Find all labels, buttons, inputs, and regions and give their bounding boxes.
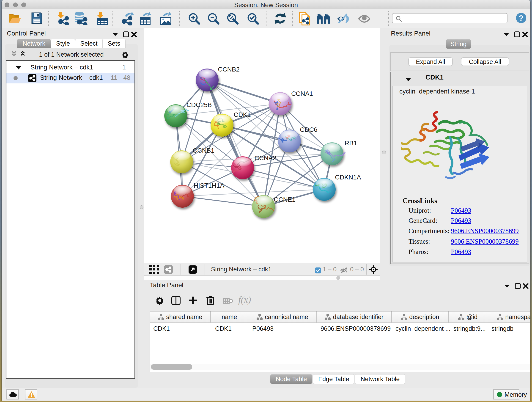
svg-text:CDC6: CDC6 — [300, 126, 317, 133]
svg-text:HIST1H1A: HIST1H1A — [194, 182, 224, 189]
svg-text:CDK1: CDK1 — [234, 111, 251, 118]
svg-text:CDKN1A: CDKN1A — [335, 174, 361, 181]
svg-text:CDC25B: CDC25B — [186, 101, 212, 108]
svg-text:CCNA2: CCNA2 — [254, 154, 276, 162]
svg-text:CCNE1: CCNE1 — [274, 196, 296, 203]
svg-text:CCNB2: CCNB2 — [218, 66, 240, 73]
svg-text:RB1: RB1 — [345, 140, 357, 147]
svg-text:CCNB1: CCNB1 — [193, 147, 215, 154]
svg-text:CCNA1: CCNA1 — [291, 90, 313, 97]
